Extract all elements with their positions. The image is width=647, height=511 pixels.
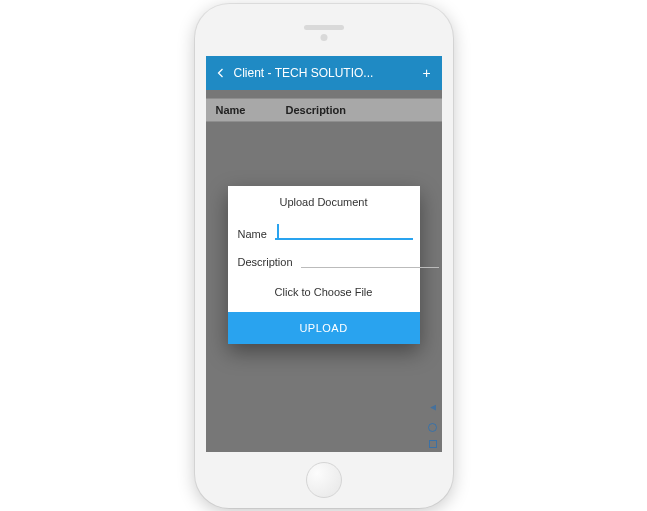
android-nav-icons: ▲ [428, 397, 438, 448]
upload-button[interactable]: UPLOAD [228, 312, 420, 344]
description-input[interactable] [301, 250, 439, 268]
phone-frame: Client - TECH SOLUTIO... + Name Descript… [195, 4, 453, 508]
phone-home-button[interactable] [306, 462, 342, 498]
upload-document-dialog: Upload Document Name Description Click t… [228, 186, 420, 344]
description-field-row: Description [228, 246, 420, 274]
choose-file-button[interactable]: Click to Choose File [228, 274, 420, 312]
dialog-title: Upload Document [228, 186, 420, 216]
name-label: Name [238, 228, 267, 240]
name-input[interactable] [275, 222, 413, 240]
nav-back-icon[interactable]: ▲ [428, 397, 438, 415]
nav-home-icon[interactable] [428, 423, 437, 432]
screen: Client - TECH SOLUTIO... + Name Descript… [206, 56, 442, 452]
description-label: Description [238, 256, 293, 268]
name-field-row: Name [228, 216, 420, 246]
nav-recent-icon[interactable] [429, 440, 437, 448]
